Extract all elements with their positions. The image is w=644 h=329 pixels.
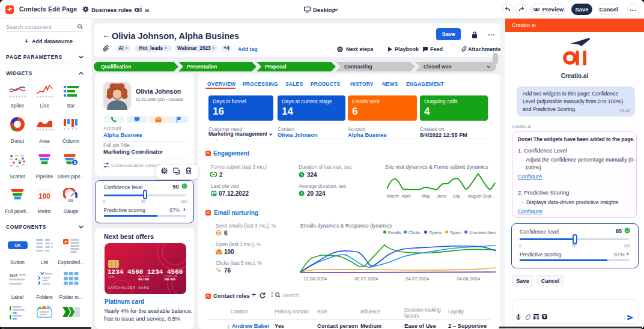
svg-text:1234: 1234	[108, 276, 115, 279]
svg-text:00/00: 00/00	[138, 277, 149, 282]
svg-text:CARDHOLDER NAME: CARDHOLDER NAME	[108, 286, 150, 290]
svg-text:Text: Text	[9, 273, 18, 278]
svg-text:00/00: 00/00	[165, 277, 175, 282]
svg-text:88: 88	[68, 198, 74, 203]
